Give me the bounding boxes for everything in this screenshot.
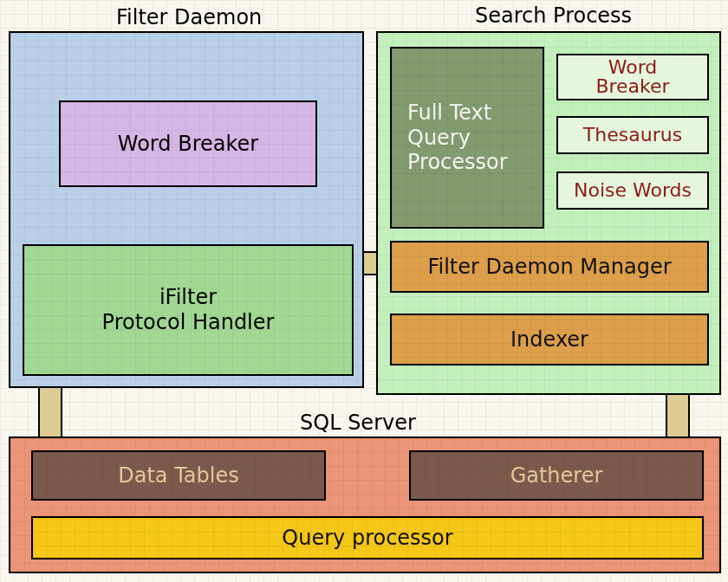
ifilter-label-line2: Protocol Handler bbox=[102, 310, 275, 335]
filterdaemon-word-breaker: Word Breaker bbox=[59, 100, 317, 187]
search-process-container: Full Text Query Processor Word Breaker T… bbox=[376, 31, 721, 395]
ifilter-label-line1: iFilter bbox=[159, 285, 217, 310]
data-tables: Data Tables bbox=[31, 450, 326, 501]
full-text-query-processor: Full Text Query Processor bbox=[390, 47, 544, 229]
sql-server-container: Data Tables Gatherer Query processor bbox=[9, 436, 721, 573]
filter-daemon-container: Word Breaker iFilter Protocol Handler bbox=[9, 31, 364, 388]
title-filter-daemon: Filter Daemon bbox=[116, 5, 262, 29]
indexer: Indexer bbox=[390, 314, 709, 365]
ftqp-label-line3: Processor bbox=[407, 150, 508, 175]
filter-daemon-manager: Filter Daemon Manager bbox=[390, 241, 709, 293]
gatherer: Gatherer bbox=[409, 450, 704, 501]
ftqp-label-line1: Full Text bbox=[407, 100, 491, 126]
sp-noise-words-label: Noise Words bbox=[574, 179, 692, 202]
sp-noise-words: Noise Words bbox=[556, 171, 709, 210]
ftqp-label-line2: Query bbox=[407, 126, 471, 151]
query-processor: Query processor bbox=[31, 516, 704, 559]
title-sql-server: SQL Server bbox=[300, 411, 416, 435]
sp-thesaurus-label: Thesaurus bbox=[583, 124, 682, 146]
gatherer-label: Gatherer bbox=[510, 463, 603, 488]
filter-daemon-manager-label: Filter Daemon Manager bbox=[427, 255, 671, 280]
indexer-label: Indexer bbox=[510, 327, 588, 352]
sp-thesaurus: Thesaurus bbox=[556, 116, 709, 154]
filterdaemon-word-breaker-label: Word Breaker bbox=[118, 132, 258, 157]
ifilter-protocol-handler: iFilter Protocol Handler bbox=[23, 244, 354, 376]
query-processor-label: Query processor bbox=[282, 526, 452, 551]
sp-word-breaker-l1: Word bbox=[608, 58, 658, 77]
sp-word-breaker-l2: Breaker bbox=[595, 77, 669, 96]
data-tables-label: Data Tables bbox=[118, 463, 239, 488]
diagram-root: Filter Daemon Search Process SQL Server … bbox=[0, 0, 728, 582]
title-search-process: Search Process bbox=[475, 3, 632, 28]
sp-word-breaker: Word Breaker bbox=[556, 54, 709, 100]
